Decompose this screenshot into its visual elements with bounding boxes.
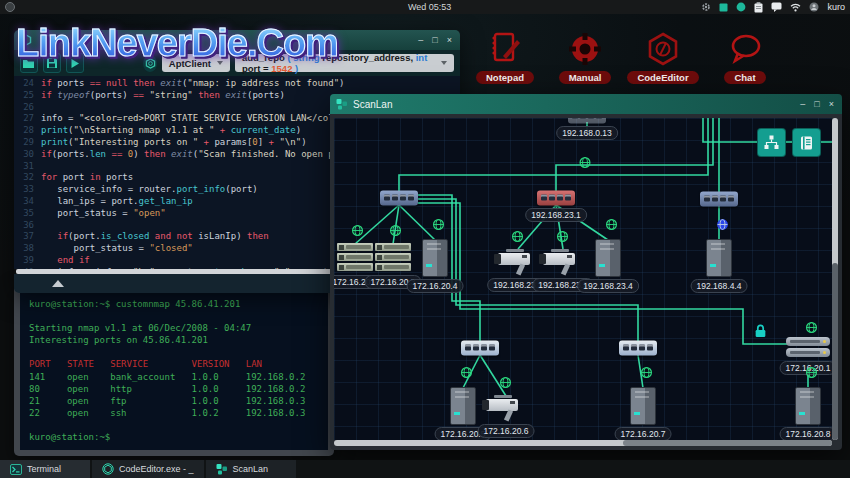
map-vertical-scrollbar[interactable] — [832, 118, 838, 440]
scanlan-app-icon — [336, 98, 348, 110]
desktop-icon-codeeditor[interactable]: CodeEditor — [621, 30, 705, 84]
minimize-button[interactable]: – — [800, 100, 805, 109]
desktop-icon-notepad[interactable]: Notepad — [463, 30, 547, 84]
switch-blue-device-icon — [700, 192, 738, 207]
globe-icon — [605, 217, 618, 235]
taskbar-item-terminal[interactable]: Terminal — [0, 460, 92, 478]
line-number: 25 — [14, 90, 41, 102]
code-editor-icon — [643, 30, 683, 68]
desktop-icon-label: Notepad — [476, 71, 534, 84]
line-number: 31 — [14, 161, 41, 173]
tower-device-icon — [706, 239, 732, 277]
line-number: 27 — [14, 113, 41, 125]
globe-icon — [579, 155, 592, 173]
top-bar: Wed 05:53 kuro — [0, 0, 850, 14]
switch-blue-device-icon — [380, 191, 418, 206]
scanlan-icon — [216, 463, 228, 475]
line-number: 37 — [14, 231, 41, 243]
settings-icon[interactable] — [701, 2, 711, 12]
terminal-line: 22 open ssh 1.0.2 192.168.0.3 — [29, 407, 319, 419]
line-number: 38 — [14, 243, 41, 255]
globe-icon — [351, 223, 364, 241]
network-map-icon — [763, 134, 780, 151]
terminal-window: kuro@station:~$ customnmap 45.86.41.201 … — [14, 285, 334, 456]
node-ip-label: 192.168.4.4 — [691, 279, 748, 293]
globe-icon — [511, 229, 524, 247]
terminal-line — [29, 419, 319, 431]
network-map-canvas[interactable]: 192.168.0.13 192.168.23.1172.16.20.2172.… — [334, 118, 832, 440]
globe-icon — [460, 365, 473, 383]
messages-icon[interactable] — [771, 2, 782, 12]
close-button[interactable]: × — [447, 36, 452, 45]
line-number: 39 — [14, 255, 41, 267]
tower-device-icon — [595, 239, 621, 277]
maximize-button[interactable]: □ — [432, 36, 437, 45]
globe-icon — [432, 217, 445, 235]
desktop: Wed 05:53 kuro LinkNeverDie.Com Notepad … — [0, 0, 850, 478]
server-device-icon — [337, 243, 373, 273]
username[interactable]: kuro — [827, 2, 845, 12]
node-ip-label: 172.16.20.7 — [615, 427, 672, 440]
switch-light-device-icon — [461, 341, 499, 356]
log-book-button[interactable] — [793, 129, 820, 156]
status-icon[interactable] — [736, 2, 746, 12]
terminal-line: 80 open http 1.0.0 192.168.0.2 — [29, 383, 319, 395]
terminal-line — [29, 310, 319, 322]
wifi-icon[interactable] — [790, 3, 801, 12]
desktop-icon-chat[interactable]: Chat — [703, 30, 787, 84]
scanlan-titlebar[interactable]: ScanLan – □ × — [330, 94, 842, 114]
map-horizontal-scrollbar[interactable] — [334, 440, 832, 446]
watermark: LinkNeverDie.Com — [16, 24, 338, 62]
line-number: 35 — [14, 208, 41, 220]
clock: Wed 05:53 — [408, 2, 451, 12]
line-number: 29 — [14, 137, 41, 149]
scanlan-body: 192.168.0.13 192.168.23.1172.16.20.2172.… — [330, 114, 842, 450]
taskbar-item-codeeditor[interactable]: CodeEditor.exe - _ — [92, 460, 206, 478]
terminal-icon — [10, 464, 22, 475]
manual-icon — [565, 30, 605, 68]
globe-icon — [499, 375, 512, 393]
node-ip-label: 192.168.0.13 — [556, 126, 618, 140]
line-number: 30 — [14, 149, 41, 161]
tower-device-icon — [422, 239, 448, 277]
taskbar-item-scanlan[interactable]: ScanLan — [206, 460, 298, 478]
camera-device-icon — [498, 249, 538, 275]
terminal-line: Starting nmap v1.1 at 06/Dec/2008 - 04:4… — [29, 322, 319, 334]
line-number: 33 — [14, 184, 41, 196]
terminal-line: kuro@station:~$ customnmap 45.86.41.201 — [29, 298, 319, 310]
clipboard-icon[interactable] — [754, 2, 763, 13]
terminal-line: 141 open bank_account 1.0.0 192.168.0.2 — [29, 371, 319, 383]
node-ip-label: 172.16.20.8 — [780, 427, 832, 440]
system-menu-icon[interactable] — [5, 2, 15, 12]
scrollbar-thumb[interactable] — [623, 440, 832, 446]
notepad-icon — [485, 30, 525, 68]
terminal-content[interactable]: kuro@station:~$ customnmap 45.86.41.201 … — [20, 291, 328, 450]
account-icon[interactable] — [809, 2, 819, 12]
desktop-icon-label: Manual — [559, 71, 612, 84]
desktop-icon-manual[interactable]: Manual — [543, 30, 627, 84]
scroll-up-icon[interactable] — [52, 280, 64, 287]
switch-light-device-icon — [619, 341, 657, 356]
terminal-line: kuro@station:~$ — [29, 431, 319, 443]
node-ip-label: 192.168.23.1 — [525, 208, 587, 222]
globe-icon — [805, 320, 818, 338]
taskbar-item-label: CodeEditor.exe - _ — [119, 464, 194, 474]
server-device-icon — [375, 243, 411, 273]
screen-icon[interactable] — [719, 3, 728, 12]
line-number: 26 — [14, 102, 41, 114]
globe-icon — [640, 365, 653, 383]
taskbar: Terminal CodeEditor.exe - _ ScanLan — [0, 460, 850, 478]
node-ip-label: 192.168.23.4 — [577, 279, 639, 293]
taskbar-item-label: ScanLan — [233, 464, 269, 474]
chevron-down-icon — [441, 61, 447, 65]
close-button[interactable]: × — [829, 100, 834, 109]
code-editor-icon — [102, 463, 114, 475]
minimize-button[interactable]: – — [418, 36, 423, 45]
maximize-button[interactable]: □ — [814, 100, 819, 109]
scrollbar-thumb[interactable] — [832, 263, 838, 440]
globe-icon — [389, 223, 402, 241]
network-map-button[interactable] — [758, 129, 785, 156]
terminal-line: 21 open ftp 1.0.0 192.168.0.3 — [29, 395, 319, 407]
tower-device-icon — [630, 387, 656, 425]
node-ip-label: 172.16.20.6 — [478, 424, 535, 438]
